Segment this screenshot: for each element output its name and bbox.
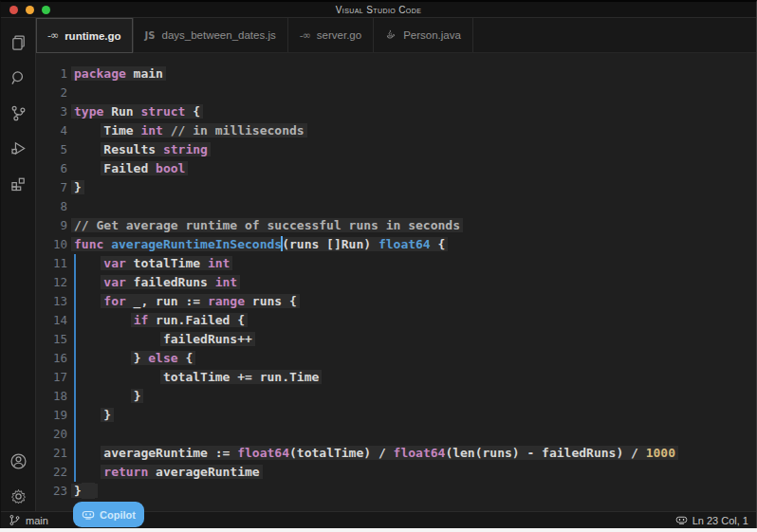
code-line: 5 Results string	[36, 140, 756, 159]
accounts-icon[interactable]	[7, 449, 29, 472]
line-content: func averageRuntimeInSeconds(runs []Run)…	[67, 235, 445, 254]
line-content: }	[67, 178, 82, 197]
line-number: 11	[36, 254, 67, 273]
code-line: 11 var totalTime int	[36, 254, 756, 273]
code-line: 8	[36, 197, 756, 216]
activity-bar	[1, 18, 36, 511]
settings-gear-icon[interactable]	[7, 485, 29, 507]
code-line: 12 var failedRuns int	[36, 273, 756, 292]
line-content	[67, 83, 74, 102]
tab-days_between_dates.js[interactable]: JSdays_between_dates.js	[134, 18, 288, 52]
java-icon	[385, 28, 397, 42]
tab-runtime.go[interactable]: -∞runtime.go	[36, 18, 134, 53]
line-number: 5	[36, 140, 67, 159]
cursor-position-indicator[interactable]: Ln 23 Col, 1	[675, 514, 748, 526]
line-number: 2	[36, 83, 67, 102]
line-number: 1	[36, 64, 67, 83]
tab-server.go[interactable]: -∞server.go	[288, 18, 374, 52]
line-content: } else {	[67, 349, 193, 368]
js-icon: JS	[145, 30, 156, 41]
code-line: 23}	[36, 482, 756, 501]
window-title: Visual Studio Code	[336, 5, 422, 15]
tab-Person.java[interactable]: Person.java	[374, 18, 473, 52]
line-content: var failedRuns int	[67, 273, 237, 292]
code-line: 10func averageRuntimeInSeconds(runs []Ru…	[36, 235, 756, 254]
run-debug-icon[interactable]	[7, 137, 29, 159]
line-number: 6	[36, 159, 67, 178]
code-line: 14 if run.Failed {	[36, 311, 756, 330]
code-line: 19 }	[36, 406, 756, 425]
code-line: 17 totalTime += run.Time	[36, 368, 756, 387]
line-number: 13	[36, 292, 67, 311]
line-content	[67, 425, 74, 444]
line-number: 22	[36, 463, 67, 482]
copilot-icon	[82, 508, 95, 522]
line-content: totalTime += run.Time	[67, 368, 319, 387]
line-number: 23	[36, 482, 67, 501]
indent-guide	[74, 254, 76, 482]
code-line: 18 }	[36, 387, 756, 406]
line-number: 19	[36, 406, 67, 425]
line-number: 3	[36, 102, 67, 121]
line-number: 12	[36, 273, 67, 292]
line-content: averageRuntime := float64(totalTime) / f…	[67, 444, 675, 463]
line-number: 16	[36, 349, 67, 368]
line-number: 20	[36, 425, 67, 444]
code-line: 7}	[36, 178, 756, 197]
code-line: 6 Failed bool	[36, 159, 756, 178]
code-line: 3type Run struct {	[36, 102, 756, 121]
line-content: package main	[67, 64, 163, 83]
code-line: 22 return averageRuntime	[36, 463, 756, 482]
line-number: 10	[36, 235, 67, 254]
line-content: }	[67, 387, 140, 406]
copilot-button-label: Copilot	[100, 509, 136, 521]
tab-label: runtime.go	[65, 30, 120, 42]
cursor-position: Ln 23 Col, 1	[692, 515, 748, 526]
code-line: 16 } else {	[36, 349, 756, 368]
extensions-icon[interactable]	[7, 172, 29, 194]
line-content: }	[67, 482, 95, 501]
title-bar[interactable]: Visual Studio Code	[1, 2, 756, 18]
close-window-button[interactable]	[9, 6, 18, 14]
source-control-icon[interactable]	[7, 101, 29, 124]
branch-name: main	[26, 515, 48, 526]
maximize-window-button[interactable]	[42, 6, 50, 14]
go-icon: -∞	[300, 29, 310, 42]
line-content: Time int // in milliseconds	[67, 121, 305, 140]
line-number: 8	[36, 197, 67, 216]
code-line: 15 failedRuns++	[36, 330, 756, 349]
minimize-window-button[interactable]	[26, 6, 34, 14]
line-number: 9	[36, 216, 67, 235]
line-number: 18	[36, 387, 67, 406]
line-number: 7	[36, 178, 67, 197]
code-line: 9// Get average runtime of successful ru…	[36, 216, 756, 235]
tab-bar: -∞runtime.goJSdays_between_dates.js-∞ser…	[36, 18, 756, 53]
tab-label: server.go	[317, 29, 361, 41]
line-content: // Get average runtime of successful run…	[67, 216, 460, 235]
git-branch-icon	[9, 514, 21, 526]
code-editor[interactable]: 1package main23type Run struct {4 Time i…	[36, 53, 756, 511]
line-content: Results string	[67, 140, 208, 159]
window-controls	[9, 6, 50, 14]
copilot-status-icon	[675, 514, 688, 526]
code-line: 20	[36, 425, 756, 444]
code-line: 21 averageRuntime := float64(totalTime) …	[36, 444, 756, 463]
copilot-button[interactable]: Copilot	[73, 502, 144, 527]
tab-label: days_between_dates.js	[162, 29, 276, 41]
code-line: 4 Time int // in milliseconds	[36, 121, 756, 140]
explorer-icon[interactable]	[7, 31, 29, 54]
code-line: 1package main	[36, 64, 756, 83]
line-content: var totalTime int	[67, 254, 230, 273]
line-number: 14	[36, 311, 67, 330]
line-content: return averageRuntime	[67, 463, 260, 482]
code-area: 1package main23type Run struct {4 Time i…	[36, 64, 756, 501]
vscode-window: Visual Studio Code	[0, 0, 757, 528]
code-line: 2	[36, 83, 756, 102]
tab-label: Person.java	[403, 29, 461, 41]
line-content	[67, 197, 74, 216]
line-number: 4	[36, 121, 67, 140]
git-branch-indicator[interactable]: main	[9, 514, 48, 526]
line-content: Failed bool	[67, 159, 185, 178]
search-icon[interactable]	[7, 66, 29, 89]
code-line: 13 for _, run := range runs {	[36, 292, 756, 311]
